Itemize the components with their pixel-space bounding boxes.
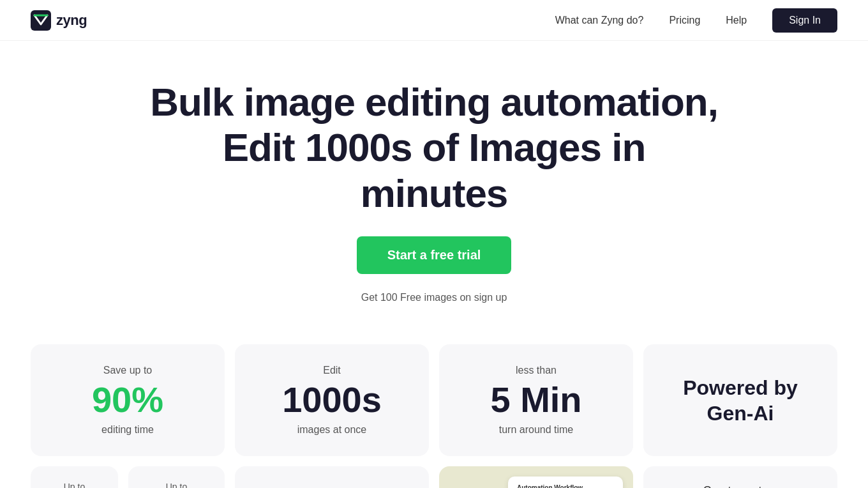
automation-card-wrapper: Create custom Automation workflows Remov… bbox=[643, 466, 837, 488]
hero-section: Bulk image editing automation, Edit 1000… bbox=[0, 41, 868, 329]
stat-label-edit: Edit bbox=[250, 365, 414, 376]
automation-card: Create custom Automation workflows Remov… bbox=[643, 466, 837, 488]
stat-number-90: 90% bbox=[46, 381, 209, 419]
hero-title-line2: Edit 1000s of Images in minutes bbox=[223, 125, 646, 215]
hero-title-line1: Bulk image editing automation, bbox=[150, 80, 718, 124]
automation-label-top: Create custom bbox=[659, 484, 822, 488]
stats-grid: Save up to 90% editing time Edit 1000s i… bbox=[0, 329, 868, 466]
stat-number-5min: 5 Min bbox=[454, 381, 618, 419]
nav-item-what[interactable]: What can Zyng do? bbox=[555, 15, 644, 26]
stat-label-turn-around: turn around time bbox=[454, 424, 618, 436]
stat-label-save: Save up to bbox=[46, 365, 209, 376]
stat-card-editing-time: Save up to 90% editing time bbox=[31, 344, 225, 456]
stat-label-editing: editing time bbox=[46, 424, 209, 436]
workflow-overlay: Automation Workflow Remove BG Crop Body … bbox=[508, 477, 623, 488]
stat-label-less-than: less than bbox=[454, 365, 618, 376]
workflow-title: Automation Workflow bbox=[517, 484, 614, 488]
stat-card-98: Up to 98% cost effective bbox=[31, 466, 118, 488]
stat-card-turnaround: less than 5 Min turn around time bbox=[439, 344, 633, 456]
svg-rect-0 bbox=[31, 10, 51, 31]
nav-item-help[interactable]: Help bbox=[726, 15, 747, 26]
sign-in-button[interactable]: Sign In bbox=[772, 8, 837, 33]
cta-button[interactable]: Start a free trial bbox=[357, 236, 512, 274]
bottom-row: Up to 98% cost effective Up to 99.5% acc… bbox=[0, 466, 868, 488]
stat-label-up-to-1: Up to bbox=[41, 482, 108, 488]
stat-number-1000s: 1000s bbox=[250, 381, 414, 419]
small-stats-grid: Up to 98% cost effective Up to 99.5% acc… bbox=[31, 466, 225, 488]
stat-ai-label: Gen-Ai bbox=[659, 402, 822, 425]
logo-icon bbox=[31, 10, 51, 31]
fashion-image-container: Automation Workflow Remove BG Crop Body … bbox=[439, 466, 633, 488]
logo[interactable]: zyng bbox=[31, 10, 87, 31]
navbar: zyng What can Zyng do? Pricing Help Sign… bbox=[0, 0, 868, 41]
stat-powered-label: Powered by bbox=[659, 375, 822, 402]
hero-sub-text: Get 100 Free images on sign up bbox=[31, 292, 837, 303]
stat-card-genai: Powered by Gen-Ai bbox=[643, 344, 837, 456]
logo-text: zyng bbox=[56, 12, 87, 29]
preset-card-wrapper: Use preset workflows For specific Ecomme… bbox=[235, 466, 429, 488]
stat-card-images: Edit 1000s images at once bbox=[235, 344, 429, 456]
stat-label-up-to-2: Up to bbox=[138, 482, 214, 488]
nav-item-pricing[interactable]: Pricing bbox=[669, 15, 700, 26]
stat-card-99: Up to 99.5% accuracy bbox=[128, 466, 225, 488]
fashion-card: Automation Workflow Remove BG Crop Body … bbox=[439, 466, 633, 488]
stat-label-images-at-once: images at once bbox=[250, 424, 414, 436]
nav-links: What can Zyng do? Pricing Help Sign In bbox=[555, 8, 837, 33]
hero-title: Bulk image editing automation, Edit 1000… bbox=[147, 79, 721, 216]
preset-card: Use preset workflows For specific Ecomme… bbox=[235, 466, 429, 488]
